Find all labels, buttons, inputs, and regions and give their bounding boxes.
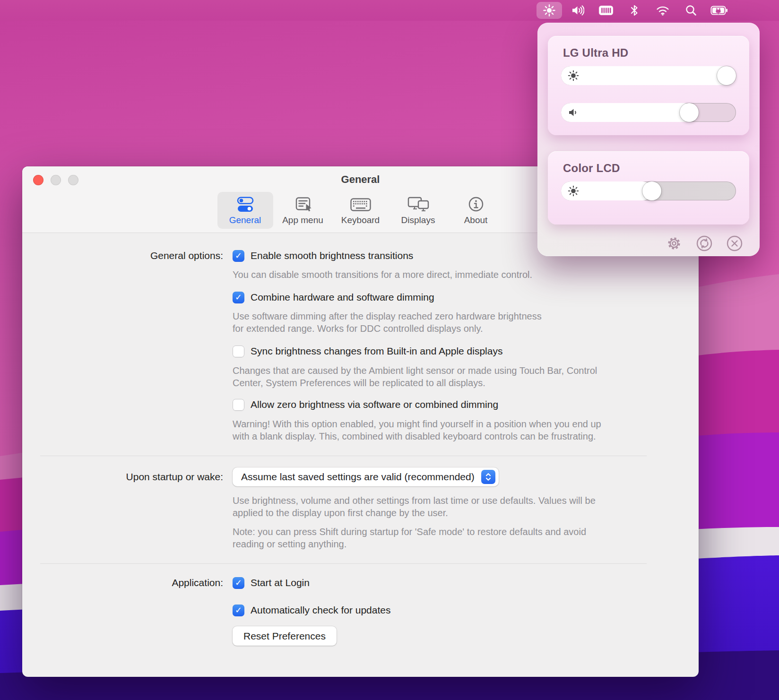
display-card-lg-ultra-hd: LG Ultra HD <box>548 36 749 135</box>
traffic-lights <box>33 175 78 185</box>
option-description: Use software dimming after the display r… <box>233 310 542 335</box>
brightness-icon <box>567 185 580 197</box>
slider-fill <box>561 103 694 122</box>
keyboard-icon <box>350 196 372 213</box>
close-panel-icon[interactable] <box>726 234 744 252</box>
brightness-menu-icon[interactable] <box>535 0 563 21</box>
checkbox-combine-dimming[interactable]: ✓ <box>233 292 244 303</box>
checkbox-label: Combine hardware and software dimming <box>251 292 434 303</box>
option-description: Changes that are caused by the Ambient l… <box>233 364 597 389</box>
checkbox-enable-smooth[interactable]: ✓ <box>233 250 244 262</box>
minimize-button[interactable] <box>51 175 61 185</box>
menu-document-icon <box>294 196 312 213</box>
startup-behavior-select[interactable]: Assume last saved settings are valid (re… <box>233 467 499 486</box>
window-content: General options: ✓ Enable smooth brightn… <box>22 233 699 646</box>
slider-knob[interactable] <box>680 103 699 122</box>
close-button[interactable] <box>33 175 43 185</box>
section-label: Application: <box>22 577 223 588</box>
section-divider <box>40 563 647 564</box>
startup-note: Note: you can press Shift during startup… <box>233 526 586 550</box>
checkbox-start-at-login[interactable]: ✓ <box>233 577 244 589</box>
displays-icon <box>407 196 430 213</box>
lg-brightness-slider[interactable] <box>561 66 736 85</box>
tab-about[interactable]: About <box>448 192 504 229</box>
row-auto-updates: ✓ Automatically check for updates <box>22 603 699 618</box>
volume-menu-icon[interactable] <box>563 0 592 21</box>
tab-app-menu[interactable]: App menu <box>275 192 331 229</box>
display-name: Color LCD <box>548 151 749 175</box>
slider-knob[interactable] <box>717 66 736 85</box>
slider-fill <box>561 66 736 85</box>
toggles-icon <box>234 196 256 213</box>
checkbox-allow-zero[interactable]: ✓ <box>233 399 244 411</box>
section-divider <box>40 456 647 456</box>
panel-footer <box>665 234 744 252</box>
keyboard-brightness-menu-icon[interactable] <box>592 0 620 21</box>
display-name: LG Ultra HD <box>548 36 749 60</box>
menu-bar-status-icons <box>535 0 734 21</box>
zoom-button[interactable] <box>68 175 78 185</box>
battery-menu-icon[interactable] <box>705 0 734 21</box>
spotlight-search-menu-icon[interactable] <box>677 0 705 21</box>
brightness-icon <box>567 69 580 82</box>
tab-label: Keyboard <box>341 215 380 225</box>
row-startup: Upon startup or wake: Assume last saved … <box>22 467 699 486</box>
volume-icon <box>567 106 580 119</box>
section-label: General options: <box>22 250 223 261</box>
display-card-color-lcd: Color LCD <box>548 151 749 225</box>
row-allow-zero: ✓ Allow zero brightness via software or … <box>22 397 699 412</box>
reset-preferences-button[interactable]: Reset Preferences <box>233 626 337 646</box>
tab-label: About <box>464 215 488 225</box>
display-control-panel: LG Ultra HD <box>537 23 760 256</box>
lcd-brightness-slider[interactable] <box>561 181 736 200</box>
tab-keyboard[interactable]: Keyboard <box>333 192 389 229</box>
checkbox-label: Enable smooth brightness transitions <box>251 250 413 261</box>
chevron-up-down-icon <box>481 470 495 484</box>
wifi-menu-icon[interactable] <box>649 0 677 21</box>
row-combine-dimming: ✓ Combine hardware and software dimming <box>22 290 699 305</box>
startup-description: Use brightness, volume and other setting… <box>233 494 596 519</box>
option-description: Warning! With this option enabled, you m… <box>233 418 601 442</box>
bluetooth-menu-icon[interactable] <box>620 0 649 21</box>
tab-displays[interactable]: Displays <box>390 192 446 229</box>
refresh-icon[interactable] <box>695 234 713 252</box>
checkbox-label: Automatically check for updates <box>251 605 390 616</box>
slider-knob[interactable] <box>642 181 661 200</box>
option-description: You can disable smooth transitions for a… <box>233 268 532 281</box>
checkbox-sync-brightness[interactable]: ✓ <box>233 346 244 357</box>
tab-general[interactable]: General <box>217 192 273 229</box>
lg-volume-slider[interactable] <box>561 103 736 122</box>
selected-option: Assume last saved settings are valid (re… <box>241 471 475 483</box>
menu-bar <box>0 0 779 21</box>
checkbox-label: Sync brightness changes from Built-in an… <box>251 346 502 357</box>
settings-gear-icon[interactable] <box>665 234 683 252</box>
checkbox-label: Start at Login <box>251 577 310 588</box>
checkbox-auto-updates[interactable]: ✓ <box>233 605 244 616</box>
checkbox-label: Allow zero brightness via software or co… <box>251 399 498 410</box>
row-sync-brightness: ✓ Sync brightness changes from Built-in … <box>22 344 699 359</box>
tab-label: App menu <box>282 215 323 225</box>
section-label: Upon startup or wake: <box>22 471 223 483</box>
row-start-at-login: Application: ✓ Start at Login <box>22 575 699 590</box>
info-icon <box>467 196 485 213</box>
tab-label: Displays <box>401 215 435 225</box>
tab-label: General <box>229 215 261 225</box>
row-reset: Reset Preferences <box>22 626 699 646</box>
